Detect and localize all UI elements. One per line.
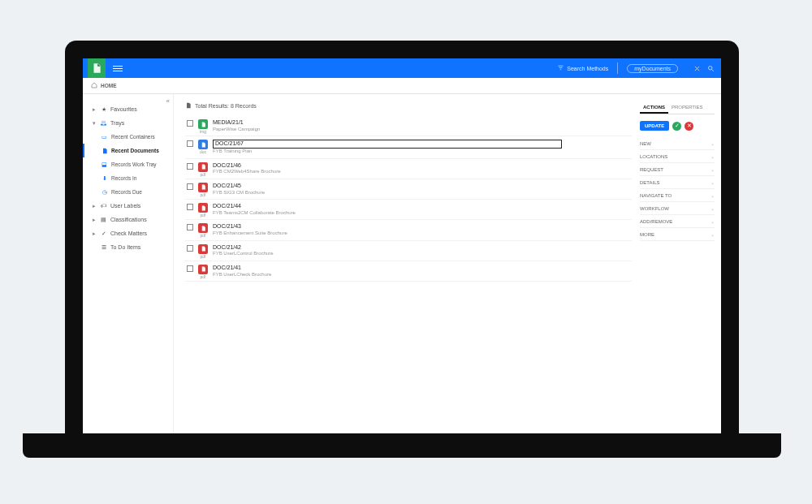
list-row[interactable]: pdf DOC/21/43 FYB Enhancement Suite Broc… bbox=[185, 220, 632, 240]
sidebar-item-label: Check Matters bbox=[110, 230, 147, 236]
menu-toggle[interactable] bbox=[110, 63, 125, 74]
sidebar-item-records-in[interactable]: ⬇ Records In bbox=[83, 171, 173, 185]
row-title: DOC/21/67 bbox=[213, 140, 630, 149]
close-icon[interactable] bbox=[691, 62, 702, 74]
filter-icon[interactable] bbox=[557, 64, 564, 72]
approve-button[interactable]: ✓ bbox=[672, 122, 681, 131]
chevron-right-icon: ▸ bbox=[93, 106, 97, 113]
row-text: DOC/21/67 FYB Training Plan bbox=[213, 140, 630, 154]
document-icon bbox=[185, 102, 192, 110]
row-checkbox[interactable] bbox=[187, 120, 193, 127]
sidebar-item-todo[interactable]: ☰ To Do Items bbox=[83, 240, 173, 254]
sidebar-item-label: User Labels bbox=[110, 203, 140, 209]
list-row[interactable]: doc DOC/21/67 FYB Training Plan bbox=[185, 136, 632, 158]
sidebar-item-label: Records In bbox=[111, 175, 136, 181]
sidebar-item-label: Trays bbox=[110, 120, 124, 126]
panel-section[interactable]: DETAILS⌄ bbox=[640, 176, 715, 189]
sidebar-item-classifications[interactable]: ▸ ▤ Classifications bbox=[83, 213, 173, 226]
file-type-icon: pdf bbox=[198, 183, 208, 192]
panel-section[interactable]: REQUEST⌄ bbox=[640, 163, 715, 176]
panel-section[interactable]: NAVIGATE TO⌄ bbox=[640, 189, 715, 202]
sidebar-item-check-matters[interactable]: ▸ ✓ Check Matters bbox=[83, 226, 173, 240]
file-type-icon: pdf bbox=[198, 203, 208, 213]
search-context[interactable]: myDocuments bbox=[627, 64, 678, 73]
row-text: DOC/21/42 FYB UserLControl Brochure bbox=[213, 244, 630, 257]
chevron-down-icon: ⌄ bbox=[710, 205, 715, 211]
row-checkbox[interactable] bbox=[187, 265, 193, 272]
row-title: DOC/21/44 bbox=[213, 203, 630, 210]
sidebar-item-label: To Do Items bbox=[110, 244, 140, 250]
file-type-icon: pdf bbox=[198, 265, 208, 274]
row-checkbox[interactable] bbox=[187, 183, 193, 190]
sidebar-item-label: Recent Documents bbox=[111, 148, 159, 153]
panel-section-label: DETAILS bbox=[640, 180, 660, 185]
list-row[interactable]: pdf DOC/21/42 FYB UserLControl Brochure bbox=[185, 241, 632, 261]
laptop-base bbox=[23, 433, 781, 458]
panel-section[interactable]: ADD/REMOVE⌄ bbox=[640, 215, 715, 228]
tray-icon: ⬓ bbox=[101, 161, 108, 168]
panel-section[interactable]: WORKFLOW⌄ bbox=[640, 202, 715, 215]
chevron-down-icon: ⌄ bbox=[710, 192, 715, 198]
row-subtitle: FYB Training Plan bbox=[213, 149, 630, 155]
sidebar-item-recent-documents[interactable]: Recent Documents bbox=[83, 144, 173, 157]
laptop-frame: Search Methods myDocuments HOME bbox=[65, 41, 739, 446]
chevron-down-icon: ⌄ bbox=[710, 140, 715, 146]
chevron-down-icon: ▾ bbox=[93, 120, 97, 127]
classification-icon: ▤ bbox=[100, 216, 107, 223]
row-text: DOC/21/45 FYB SIG3 CM Brochure bbox=[213, 183, 630, 196]
panel-section[interactable]: LOCATIONS⌄ bbox=[640, 150, 715, 163]
todo-icon: ☰ bbox=[100, 243, 107, 251]
list-row[interactable]: pdf DOC/21/44 FYB Teams2CM Collaborate B… bbox=[185, 200, 632, 220]
sidebar-item-user-labels[interactable]: ▸ 🏷 User Labels bbox=[83, 199, 173, 213]
row-checkbox[interactable] bbox=[187, 204, 193, 210]
sidebar-item-records-work-tray[interactable]: ⬓ Records Work Tray bbox=[83, 157, 173, 171]
sidebar-item-label: Records Work Tray bbox=[111, 162, 157, 167]
row-text: MEDIA/21/1 PaperWise Campaign bbox=[213, 119, 630, 132]
sidebar-item-label: Recent Containers bbox=[111, 134, 155, 140]
search-icon[interactable] bbox=[705, 62, 716, 74]
sidebar-item-label: Classifications bbox=[110, 217, 147, 222]
chevron-down-icon: ⌄ bbox=[710, 231, 715, 237]
panel-section[interactable]: NEW⌄ bbox=[640, 137, 715, 150]
sidebar-collapse-icon[interactable]: « bbox=[166, 97, 170, 105]
chevron-down-icon: ⌄ bbox=[710, 218, 715, 224]
sidebar-item-label: Favourites bbox=[110, 106, 137, 112]
tab-properties[interactable]: PROPERTIES bbox=[668, 102, 706, 114]
results-header: Total Results: 8 Records bbox=[185, 102, 632, 110]
row-checkbox[interactable] bbox=[187, 140, 193, 147]
label-icon: 🏷 bbox=[100, 202, 107, 209]
breadcrumb: HOME bbox=[83, 78, 721, 94]
sidebar-item-trays[interactable]: ▾ Trays bbox=[83, 116, 173, 130]
chevron-down-icon: ⌄ bbox=[710, 153, 715, 159]
sidebar-item-records-due[interactable]: ◷ Records Due bbox=[83, 185, 173, 199]
panel-section[interactable]: MORE⌄ bbox=[640, 228, 715, 241]
chevron-right-icon: ▸ bbox=[93, 230, 97, 237]
home-icon[interactable] bbox=[91, 82, 97, 89]
list-row[interactable]: pdf DOC/21/41 FYB UserLCheck Brochure bbox=[185, 261, 632, 282]
list-row[interactable]: pdf DOC/21/46 FYB CM2Web4Share Brochure bbox=[185, 159, 632, 179]
panel-section-label: REQUEST bbox=[640, 167, 663, 172]
star-icon: ★ bbox=[100, 106, 107, 113]
svg-point-5 bbox=[708, 66, 712, 70]
main-area: « ▸ ★ Favourites ▾ Trays ▭ Recent Contai… bbox=[83, 94, 721, 446]
sidebar-item-favourites[interactable]: ▸ ★ Favourites bbox=[83, 102, 173, 116]
list-row[interactable]: pdf DOC/21/45 FYB SIG3 CM Brochure bbox=[185, 179, 632, 200]
row-checkbox[interactable] bbox=[187, 224, 193, 230]
breadcrumb-home[interactable]: HOME bbox=[101, 83, 117, 88]
panel-button-row: UPDATE ✓ ✕ bbox=[640, 121, 715, 131]
reject-button[interactable]: ✕ bbox=[685, 122, 693, 131]
due-icon: ◷ bbox=[101, 188, 108, 196]
update-button[interactable]: UPDATE bbox=[640, 121, 669, 131]
row-subtitle: PaperWise Campaign bbox=[213, 127, 630, 133]
panel-section-label: NEW bbox=[640, 141, 651, 146]
chevron-right-icon: ▸ bbox=[93, 203, 97, 209]
list-row[interactable]: img MEDIA/21/1 PaperWise Campaign bbox=[185, 116, 632, 136]
row-checkbox[interactable] bbox=[187, 245, 193, 252]
file-type-icon: pdf bbox=[198, 223, 208, 233]
divider bbox=[617, 62, 618, 74]
tab-actions[interactable]: ACTIONS bbox=[640, 102, 668, 114]
chevron-down-icon: ⌄ bbox=[710, 179, 715, 185]
row-checkbox[interactable] bbox=[187, 163, 193, 170]
sidebar-item-recent-containers[interactable]: ▭ Recent Containers bbox=[83, 130, 173, 144]
search-method-label[interactable]: Search Methods bbox=[567, 66, 608, 71]
